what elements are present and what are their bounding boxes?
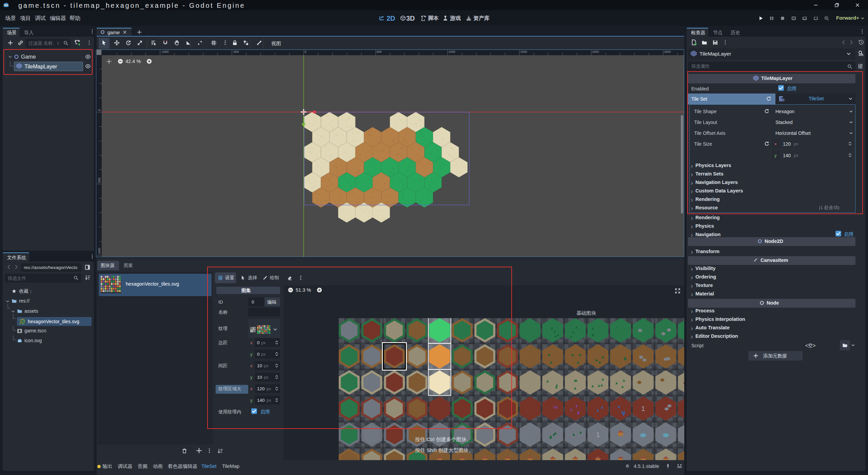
svg-text:DOC: DOC <box>859 54 864 56</box>
